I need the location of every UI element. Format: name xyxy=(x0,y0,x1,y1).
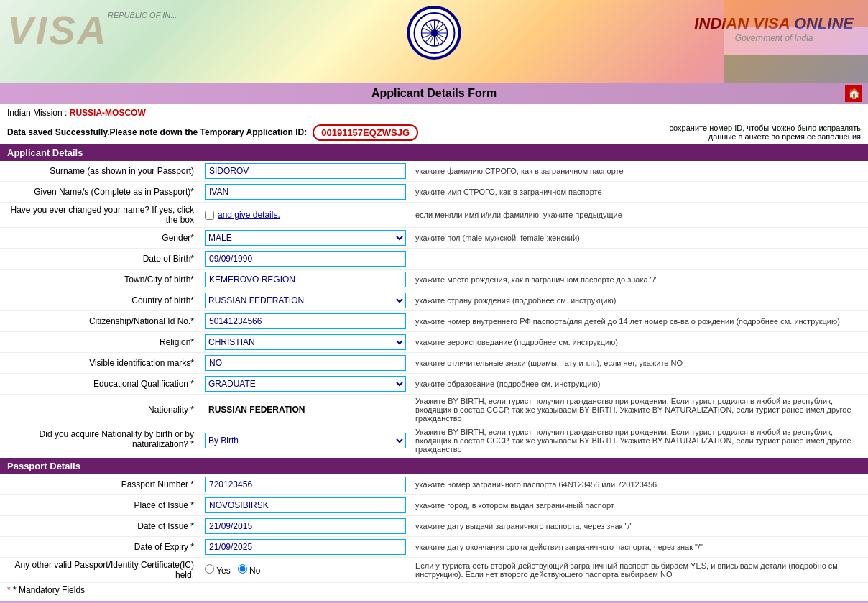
place-issue-hint: укажите город, в котором выдан заграничн… xyxy=(410,495,868,516)
mandatory-note: * * Mandatory Fields xyxy=(0,583,868,597)
republic-text: REPUBLIC OF IN... xyxy=(108,11,177,19)
passport-section-header: Passport Details xyxy=(0,458,868,474)
visible-id-input-cell xyxy=(201,353,410,374)
visible-id-row: Visible identification marks* укажите от… xyxy=(0,353,868,374)
country-birth-select[interactable]: RUSSIAN FEDERATION xyxy=(205,293,406,308)
edu-input-cell: GRADUATE POST GRADUATE DOCTORAL SCHOOL O… xyxy=(201,374,410,395)
visible-id-hint: укажите отличительные знаки (шрамы, тату… xyxy=(410,353,868,374)
citizenship-row: Citizenship/National Id No.* укажите ном… xyxy=(0,311,868,332)
other-passport-options-cell: Yes No xyxy=(201,558,410,583)
gender-hint: укажите пол (male-мужской, female-женски… xyxy=(410,228,868,249)
date-issue-input[interactable] xyxy=(205,518,406,534)
citizenship-label: Citizenship/National Id No.* xyxy=(0,311,201,332)
acquire-row: Did you acquire Nationality by birth or … xyxy=(0,425,868,456)
place-issue-row: Place of Issue * укажите город, в которо… xyxy=(0,495,868,516)
nationality-value: RUSSIAN FEDERATION xyxy=(205,403,308,416)
app-id-bar: Data saved Successfully.Please note down… xyxy=(0,121,868,144)
town-label: Town/City of birth* xyxy=(0,270,201,290)
town-input-cell xyxy=(201,270,410,290)
acquire-hint: Укажите BY BIRTH, если турист получил гр… xyxy=(410,425,868,456)
dob-input-cell xyxy=(201,249,410,270)
applicant-form-table: Surname (as shown in your Passport) укаж… xyxy=(0,161,868,456)
religion-label: Religion* xyxy=(0,332,201,353)
changed-name-label: Have you ever changed your name? If yes,… xyxy=(0,203,201,228)
town-hint: укажите место рождения, как в загранично… xyxy=(410,270,868,290)
passport-form-table: Passport Number * укажите номер загранич… xyxy=(0,474,868,583)
date-issue-input-cell xyxy=(201,516,410,537)
town-input[interactable] xyxy=(205,272,406,287)
date-expiry-row: Date of Expiry * укажите дату окончания … xyxy=(0,537,868,558)
header-banner: VISA REPUBLIC OF IN... IN xyxy=(0,0,868,83)
edu-hint: укажите образование (подробнее см. инстр… xyxy=(410,374,868,395)
visa-watermark: VISA xyxy=(7,7,108,53)
other-passport-yes-radio[interactable] xyxy=(205,564,214,574)
surname-input-cell xyxy=(201,161,410,182)
given-name-input-cell xyxy=(201,182,410,203)
gender-select[interactable]: MALE FEMALE xyxy=(205,230,406,246)
passport-number-input-cell xyxy=(201,474,410,495)
acquire-select[interactable]: By Birth By Naturalization xyxy=(205,433,406,448)
country-birth-row: Country of birth* RUSSIAN FEDERATION ука… xyxy=(0,290,868,311)
citizenship-input-cell xyxy=(201,311,410,332)
nationality-hint: Укажите BY BIRTH, если турист получил гр… xyxy=(410,395,868,425)
changed-name-hint: если меняли имя и/или фамилию, укажите п… xyxy=(410,203,868,228)
edu-row: Educational Qualification * GRADUATE POS… xyxy=(0,374,868,395)
acquire-input-cell: By Birth By Naturalization xyxy=(201,425,410,456)
given-name-hint: укажите имя СТРОГО, как в заграничном па… xyxy=(410,182,868,203)
religion-row: Religion* CHRISTIAN MUSLIM HINDU SIKH BU… xyxy=(0,332,868,353)
surname-label: Surname (as shown in your Passport) xyxy=(0,161,201,182)
changed-name-checkbox[interactable] xyxy=(205,211,214,220)
mission-bar: Indian Mission : RUSSIA-MOSCOW xyxy=(0,104,868,121)
ashoka-emblem xyxy=(407,6,461,60)
place-issue-label: Place of Issue * xyxy=(0,495,201,516)
dob-label: Date of Birth* xyxy=(0,249,201,270)
date-expiry-hint: укажите дату окончания срока действия за… xyxy=(410,537,868,558)
edu-select[interactable]: GRADUATE POST GRADUATE DOCTORAL SCHOOL O… xyxy=(205,376,406,392)
other-passport-row: Any other valid Passport/Identity Certif… xyxy=(0,558,868,583)
home-button[interactable]: 🏠 xyxy=(845,85,862,102)
passport-number-row: Passport Number * укажите номер загранич… xyxy=(0,474,868,495)
surname-row: Surname (as shown in your Passport) укаж… xyxy=(0,161,868,182)
visible-id-label: Visible identification marks* xyxy=(0,353,201,374)
country-birth-label: Country of birth* xyxy=(0,290,201,311)
page-title: Applicant Details Form xyxy=(371,87,497,99)
given-name-input[interactable] xyxy=(205,184,406,200)
other-passport-no-radio[interactable] xyxy=(238,564,247,574)
other-passport-yes-label[interactable]: Yes xyxy=(205,566,233,576)
date-issue-hint: укажите дату выдачи заграничного паспорт… xyxy=(410,516,868,537)
place-issue-input[interactable] xyxy=(205,497,406,513)
town-row: Town/City of birth* укажите место рожден… xyxy=(0,270,868,290)
dob-input[interactable] xyxy=(205,251,406,267)
applicant-section-header: Applicant Details xyxy=(0,144,868,161)
other-passport-no-label[interactable]: No xyxy=(238,566,261,576)
gender-row: Gender* MALE FEMALE укажите пол (male-му… xyxy=(0,228,868,249)
acquire-label: Did you acquire Nationality by birth or … xyxy=(0,425,201,456)
passport-number-input[interactable] xyxy=(205,477,406,492)
given-name-row: Given Name/s (Complete as in Passport)* … xyxy=(0,182,868,203)
changed-name-row: Have you ever changed your name? If yes,… xyxy=(0,203,868,228)
date-expiry-input-cell xyxy=(201,537,410,558)
gender-input-cell: MALE FEMALE xyxy=(201,228,410,249)
page-title-bar: Applicant Details Form 🏠 xyxy=(0,83,868,104)
passport-number-hint: укажите номер заграничного паспорта 64N1… xyxy=(410,474,868,495)
date-issue-label: Date of Issue * xyxy=(0,516,201,537)
nationality-label: Nationality * xyxy=(0,395,201,425)
religion-hint: укажите вероисповедание (подробнее см. и… xyxy=(410,332,868,353)
visible-id-input[interactable] xyxy=(205,355,406,371)
dob-row: Date of Birth* xyxy=(0,249,868,270)
other-passport-label: Any other valid Passport/Identity Certif… xyxy=(0,558,201,583)
religion-input-cell: CHRISTIAN MUSLIM HINDU SIKH BUDDHIST JAI… xyxy=(201,332,410,353)
surname-hint: укажите фамилию СТРОГО, как в загранично… xyxy=(410,161,868,182)
gender-label: Gender* xyxy=(0,228,201,249)
date-expiry-input[interactable] xyxy=(205,539,406,555)
given-name-label: Given Name/s (Complete as in Passport)* xyxy=(0,182,201,203)
surname-input[interactable] xyxy=(205,163,406,179)
citizenship-input[interactable] xyxy=(205,313,406,329)
country-birth-hint: укажите страну рождения (подробнее см. и… xyxy=(410,290,868,311)
edu-label: Educational Qualification * xyxy=(0,374,201,395)
dob-hint xyxy=(410,249,868,270)
other-passport-hint: Если у туриста есть второй действующий з… xyxy=(410,558,868,583)
religion-select[interactable]: CHRISTIAN MUSLIM HINDU SIKH BUDDHIST JAI… xyxy=(205,334,406,350)
passport-number-label: Passport Number * xyxy=(0,474,201,495)
country-birth-input-cell: RUSSIAN FEDERATION xyxy=(201,290,410,311)
